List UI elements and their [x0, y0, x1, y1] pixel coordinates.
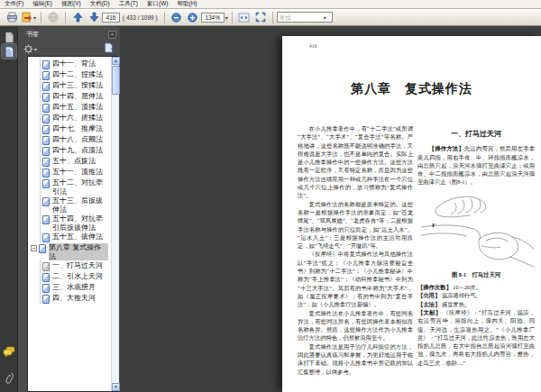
- bookmark-item[interactable]: 五十、点拨法: [30, 156, 108, 167]
- bookmark-item[interactable]: 三、水底捞月: [30, 282, 108, 293]
- toolbar: ▾ ( 433 / 1099 ): [0, 9, 541, 26]
- up-arrow-icon: [73, 12, 83, 23]
- figure-caption: 图 8-1 打马过天河: [417, 270, 535, 278]
- body-paragraph: 复式操作法在小儿推拿著作中，有些同名异法，有些同法异名，有些因操作基本相似而名称…: [298, 309, 413, 342]
- previous-page-button[interactable]: [70, 10, 85, 24]
- attachments-panel-tab[interactable]: [2, 369, 16, 384]
- bookmark-page-icon: [42, 71, 50, 80]
- bookmark-scrollbar[interactable]: ▲ ▼: [111, 57, 119, 391]
- fit-page-icon: [255, 12, 266, 23]
- panel-title: 书签: [26, 30, 39, 39]
- bookmark-item[interactable]: 二、引水上天河: [30, 271, 108, 282]
- paperclip-icon: [4, 370, 14, 384]
- chapter-title: 第八章 复式操作法: [282, 81, 541, 97]
- entry-item: 【操作次数】 10～20次。: [417, 283, 535, 291]
- toolbar-separator: [232, 12, 233, 23]
- menu-item[interactable]: 文档(D): [86, 0, 115, 8]
- scroll-up-button[interactable]: ▲: [112, 57, 120, 65]
- operation-paragraph: 【操作方法】先运内劳宫，然后用左手拿患儿四指，用右手食、中、环指指面蘸凉水，由总…: [417, 144, 535, 186]
- menu-item[interactable]: 帮助(H): [172, 0, 201, 8]
- comments-panel-tab[interactable]: [2, 344, 16, 359]
- bookmark-item[interactable]: 五十一、顶推法: [30, 167, 108, 178]
- entry-text: 感冒发热。: [440, 301, 470, 307]
- bookmark-item[interactable]: 四十七、推摩法: [30, 123, 108, 134]
- entry-list: 【操作次数】 10～20次。【功用】 温凉通经行气。【主治】 感冒发热。【文献】…: [417, 283, 535, 367]
- entry-item: 【主治】 感冒发热。: [417, 300, 535, 308]
- panel-options-button[interactable]: ▾: [23, 44, 37, 54]
- next-page-button[interactable]: [87, 10, 101, 24]
- bookmark-item[interactable]: 四、大推天河: [30, 293, 108, 304]
- expand-current-bookmark-button[interactable]: [104, 41, 115, 57]
- bookmark-item[interactable]: 四十二、捏揉法: [30, 69, 108, 80]
- zoom-out-icon: [171, 13, 181, 23]
- entry-text: 10～20次。: [452, 284, 481, 290]
- bookmark-label: 五十三、后扳拔伸法: [52, 196, 103, 214]
- page-number-input[interactable]: [102, 13, 120, 23]
- zoom-level-input[interactable]: [201, 13, 225, 23]
- zoom-out-button[interactable]: [170, 10, 184, 24]
- bookmark-label: 第八章 复式操作法: [49, 243, 108, 260]
- collapse-expander-icon[interactable]: −: [31, 245, 37, 251]
- printer-icon: [6, 12, 18, 23]
- search-box: ▾: [277, 12, 333, 23]
- fit-width-button[interactable]: [237, 10, 252, 24]
- scrollbar-thumb[interactable]: [112, 66, 120, 95]
- zoom-dropdown-icon[interactable]: ▾: [225, 14, 228, 21]
- bookmark-item[interactable]: 四十一、背法: [30, 59, 108, 69]
- bookmark-label: 三、水底捞月: [52, 283, 103, 292]
- pdf-page: 416 第八章 复式操作法 在小儿推拿著作中，有“十二手法”或所谓“大手法”、“…: [282, 36, 541, 392]
- search-dropdown-icon[interactable]: ▾: [324, 14, 326, 21]
- fit-width-icon: [238, 13, 250, 23]
- bookmark-item[interactable]: 五十五、拔伸法: [30, 232, 108, 242]
- bookmark-item[interactable]: 四十六、搓揉法: [30, 113, 108, 123]
- bookmark-item[interactable]: 五十三、后扳拔伸法: [30, 196, 108, 214]
- bookmark-label: 五十一、顶推法: [52, 168, 103, 177]
- bookmark-label: 五十五、拔伸法: [52, 232, 103, 242]
- pages-panel-tab[interactable]: [2, 30, 16, 44]
- panel-close-button[interactable]: ×: [108, 31, 116, 39]
- entry-label: 【主治】: [417, 301, 440, 307]
- body-paragraph: 《按摩经》中将复式操作法与其他操作法以“手法”统之；《小儿推拿方脉活婴秘旨全书》…: [298, 250, 413, 308]
- bookmark-item[interactable]: 五十二、对抗牵引法: [30, 178, 108, 196]
- pages-icon: [5, 32, 14, 43]
- bookmark-page-icon: [42, 273, 50, 282]
- export-dropdown-icon[interactable]: ▾: [33, 14, 36, 21]
- menu-item[interactable]: 文件(F): [0, 0, 28, 8]
- zoom-in-button[interactable]: [186, 10, 200, 24]
- bookmark-item[interactable]: 五十四、对抗牵引后扳拔伸法: [30, 214, 108, 232]
- toolbar-separator: [65, 12, 66, 23]
- menu-item[interactable]: 窗口(W): [142, 0, 172, 8]
- bookmark-item[interactable]: 四十四、屈伸法: [30, 91, 108, 102]
- main-content: 书签 × ▾ 四十一、背法四十二、捏揉法四十三: [0, 27, 541, 392]
- zoom-in-icon: [188, 13, 197, 23]
- bookmark-item[interactable]: 四十五、顶揉法: [30, 102, 108, 113]
- scroll-down-button[interactable]: ▼: [112, 383, 120, 391]
- page-number-label: 416: [309, 43, 316, 49]
- bookmark-label: 四十二、捏揉法: [52, 70, 103, 79]
- export-button[interactable]: ▾: [21, 10, 36, 24]
- print-button[interactable]: [5, 10, 19, 24]
- operation-label: 【操作方法】: [429, 145, 464, 151]
- globe-icon-disabled: [48, 12, 59, 23]
- bookmark-plus-icon: [104, 42, 115, 53]
- search-input[interactable]: [278, 13, 323, 22]
- toolbar-separator: [272, 12, 273, 23]
- menu-item[interactable]: 编辑(E): [28, 0, 57, 8]
- bookmark-item[interactable]: −第八章 复式操作法: [30, 242, 108, 260]
- bookmark-page-icon: [42, 197, 50, 206]
- menu-item[interactable]: 工具(T): [115, 0, 142, 8]
- bookmark-page-icon: [42, 262, 50, 271]
- bookmarks-panel-tab[interactable]: [2, 44, 16, 59]
- menu-item[interactable]: 视图(V): [57, 0, 86, 8]
- bookmarks-panel: 书签 × ▾ 四十一、背法四十二、捏揉法四十三: [18, 27, 120, 392]
- bookmark-item[interactable]: 四十三、按揉法: [30, 80, 108, 91]
- bookmark-item[interactable]: 一、打马过天河: [30, 260, 108, 271]
- bookmark-item[interactable]: 四十八、点颤法: [30, 134, 108, 145]
- entry-label: 【操作次数】: [417, 284, 452, 290]
- entry-text: 温凉通经行气。: [440, 292, 481, 298]
- bookmark-label: 二、引水上天河: [52, 272, 103, 281]
- bookmark-item[interactable]: 四十九、点顶法: [30, 145, 108, 156]
- left-text-column: 在小儿推拿著作中，有“十二手法”或所谓“大手法”、“大手术”、“复合手法”等名称…: [298, 124, 413, 376]
- bookmark-label: 四十八、点颤法: [52, 135, 103, 144]
- fit-page-button[interactable]: [253, 10, 268, 24]
